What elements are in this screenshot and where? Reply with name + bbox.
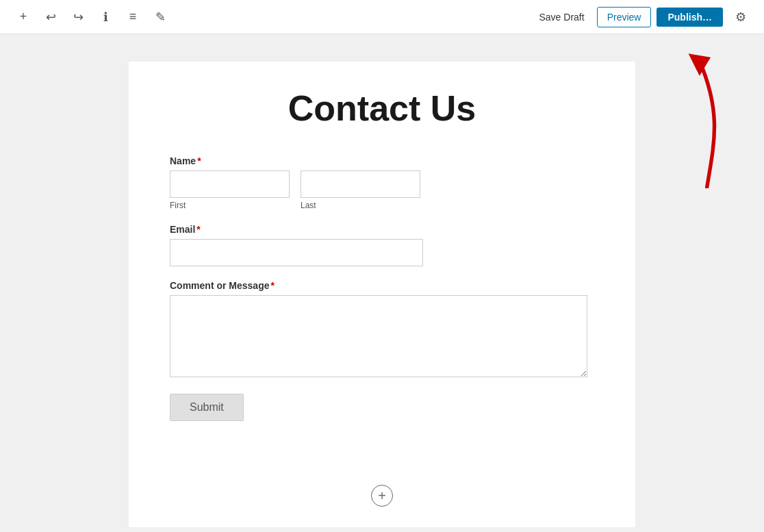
name-label: Name*: [170, 155, 594, 166]
annotation-arrow: [648, 38, 737, 188]
toolbar-right: Save Draft Preview Publish… ⚙: [533, 5, 754, 29]
name-field-group: Name* First Last: [170, 155, 594, 210]
undo-icon: ↩: [46, 10, 56, 25]
toolbar-left: + ↩ ↪ ℹ ≡ ✎: [11, 5, 173, 29]
redo-button[interactable]: ↪: [66, 5, 90, 29]
add-icon: +: [20, 10, 27, 24]
list-icon: ≡: [129, 10, 137, 24]
email-label: Email*: [170, 224, 594, 235]
settings-button[interactable]: ⚙: [728, 5, 753, 29]
contact-form: Name* First Last Email*: [170, 155, 594, 421]
undo-button[interactable]: ↩: [38, 5, 63, 29]
name-fields-row: First Last: [170, 170, 594, 210]
edit-button[interactable]: ✎: [148, 5, 173, 29]
editor-area: Contact Us Name* First Last: [0, 34, 764, 532]
settings-icon: ⚙: [735, 10, 746, 25]
info-icon: ℹ: [103, 10, 108, 25]
email-required-star: *: [196, 224, 200, 235]
name-required-star: *: [197, 155, 201, 166]
last-name-input[interactable]: [301, 170, 420, 198]
svg-marker-0: [689, 53, 711, 75]
page-title[interactable]: Contact Us: [170, 89, 594, 128]
submit-button[interactable]: Submit: [170, 394, 244, 421]
edit-icon: ✎: [155, 10, 166, 25]
list-view-button[interactable]: ≡: [120, 5, 145, 29]
save-draft-button[interactable]: Save Draft: [533, 8, 591, 27]
redo-icon: ↪: [73, 10, 84, 25]
first-name-wrap: First: [170, 170, 290, 210]
message-textarea[interactable]: [170, 295, 587, 377]
last-name-wrap: Last: [301, 170, 420, 210]
info-button[interactable]: ℹ: [93, 5, 118, 29]
email-field-group: Email*: [170, 224, 594, 266]
toolbar: + ↩ ↪ ℹ ≡ ✎ Save Draft Preview Publish… …: [0, 0, 764, 34]
add-block-toolbar-button[interactable]: +: [11, 5, 36, 29]
message-field-group: Comment or Message*: [170, 280, 594, 380]
first-name-sublabel: First: [170, 201, 290, 210]
add-block-button[interactable]: +: [371, 485, 393, 507]
first-name-input[interactable]: [170, 170, 290, 198]
last-name-sublabel: Last: [301, 201, 420, 210]
email-input[interactable]: [170, 239, 423, 266]
publish-button[interactable]: Publish…: [657, 8, 723, 27]
message-label: Comment or Message*: [170, 280, 594, 291]
editor-canvas: Contact Us Name* First Last: [129, 62, 635, 527]
message-required-star: *: [270, 280, 274, 291]
plus-icon: +: [378, 489, 386, 503]
preview-button[interactable]: Preview: [597, 7, 652, 27]
